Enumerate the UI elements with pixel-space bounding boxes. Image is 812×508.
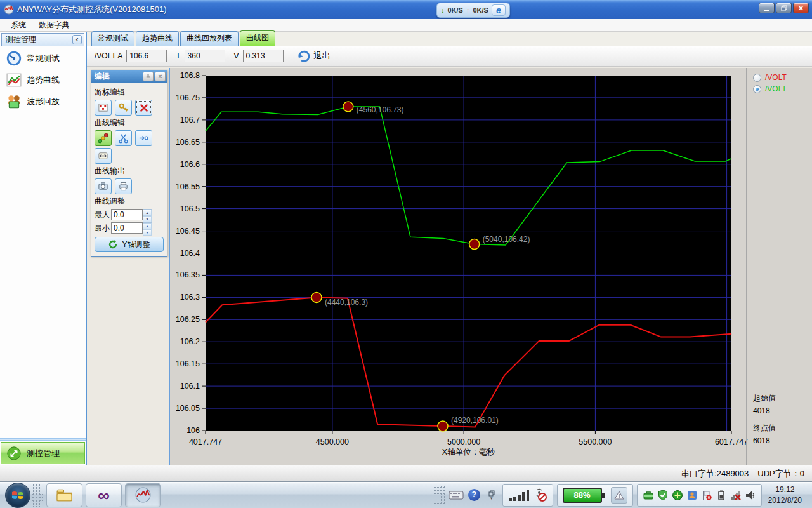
sidebar-item-waveform-playback[interactable]: 波形回放: [0, 91, 86, 112]
exit-button[interactable]: 退出: [296, 48, 331, 64]
tab-curve-chart[interactable]: 曲线图: [240, 30, 275, 46]
clock-date: 2012/8/20: [768, 495, 802, 506]
menu-item-dictionary[interactable]: 数据字典: [33, 19, 75, 31]
exit-icon: [296, 48, 311, 64]
sidebar-header: 测控管理 ‹: [1, 33, 84, 46]
y-tick-label: 106.5: [180, 204, 200, 213]
cursor-marker[interactable]: [469, 239, 480, 250]
sidebar-collapse-button[interactable]: ‹: [72, 35, 82, 44]
title-bar: ANYWAY分布式测控系统(V2012081501) ↓ 0K/S ↑ 0K/S…: [0, 0, 812, 19]
x-tick-label: 5000.000: [447, 438, 480, 446]
linked-points-icon: [98, 133, 108, 144]
y-tick-label: 106.8: [180, 71, 200, 80]
tab-playback-list[interactable]: 曲线回放列表: [180, 31, 239, 46]
x-tick-label: 5500.000: [579, 438, 612, 446]
taskbar-explorer-button[interactable]: [46, 483, 82, 507]
curve-cut-button[interactable]: [115, 130, 132, 146]
help-icon[interactable]: ?: [468, 489, 480, 501]
close-button[interactable]: ×: [793, 3, 809, 13]
min-input[interactable]: [111, 222, 143, 234]
plus-circle-icon[interactable]: [672, 490, 683, 501]
cursor-marker[interactable]: [343, 102, 353, 112]
battery-small-icon[interactable]: [716, 490, 727, 501]
network-x-icon[interactable]: [730, 490, 742, 501]
scissors-icon: [118, 133, 129, 144]
restore-button[interactable]: [776, 3, 792, 13]
chart-panel: 106106.05106.1106.15106.2106.25106.3106.…: [169, 68, 812, 465]
windows-logo-icon: [11, 488, 25, 502]
sidebar-item-trend-curve[interactable]: 趋势曲线: [0, 69, 86, 91]
download-speed: 0K/S: [448, 6, 463, 14]
minimize-button[interactable]: [759, 3, 775, 13]
radio-icon[interactable]: [753, 74, 761, 82]
warning-indicator-button[interactable]: [611, 487, 627, 504]
curve-point-button[interactable]: [135, 130, 152, 146]
taskbar-anyway-app-button[interactable]: [125, 483, 161, 507]
spin-up-icon[interactable]: ▲: [143, 223, 152, 229]
folder-icon: [56, 488, 73, 502]
max-spinner[interactable]: ▲ ▼: [143, 209, 152, 220]
curve-width-button[interactable]: [95, 148, 112, 164]
toolbox-icon[interactable]: [643, 490, 654, 501]
sidebar-splitter[interactable]: [0, 438, 86, 441]
taskbar-visualstudio-button[interactable]: ∞: [86, 483, 122, 507]
y-tick-label: 106.25: [176, 315, 200, 324]
spin-down-icon[interactable]: ▼: [143, 229, 152, 236]
download-arrow-icon: ↓: [441, 6, 445, 14]
print-button[interactable]: [115, 178, 132, 194]
sidebar-title: 测控管理: [6, 34, 72, 45]
a-value-input[interactable]: [126, 50, 167, 62]
gauge-icon: [6, 51, 22, 66]
radio-checked-icon[interactable]: [753, 85, 761, 93]
v-value-input[interactable]: [243, 50, 284, 62]
v-label: V: [234, 51, 239, 60]
signal-bars-icon[interactable]: [508, 489, 530, 502]
program-icon[interactable]: [686, 490, 698, 501]
taskbar-clock[interactable]: 19:12 2012/8/20: [766, 485, 808, 506]
browser-icon[interactable]: e: [492, 4, 506, 16]
min-spinner[interactable]: ▲ ▼: [143, 222, 152, 234]
menu-item-system[interactable]: 系统: [5, 19, 32, 31]
shield-icon[interactable]: [657, 490, 669, 501]
sidebar-item-normal-test[interactable]: 常规测试: [0, 48, 86, 69]
curve-link-button[interactable]: [95, 130, 112, 146]
x-tick-label: 4500.000: [316, 438, 349, 446]
pin-button[interactable]: [143, 72, 154, 81]
panel-close-button[interactable]: ×: [155, 72, 166, 81]
keyboard-icon[interactable]: [449, 490, 464, 500]
spin-down-icon[interactable]: ▼: [143, 216, 152, 222]
add-cursor-button[interactable]: [95, 100, 112, 116]
tab-normal-test[interactable]: 常规测试: [91, 31, 134, 46]
speaker-icon[interactable]: [745, 490, 756, 501]
start-button[interactable]: [5, 483, 30, 508]
curve-radio-green[interactable]: /VOLT: [753, 83, 812, 95]
x-axis-unit-label: X轴单位：毫秒: [442, 448, 495, 457]
show-hidden-icons-button[interactable]: ▼: [485, 490, 499, 500]
battery-indicator[interactable]: 88%: [563, 488, 602, 503]
max-input[interactable]: [111, 209, 143, 220]
y-tick-label: 106.2: [180, 337, 200, 346]
tray-grip: [433, 486, 445, 505]
serial-bytes-status: 串口字节:2489003: [681, 468, 749, 479]
edit-panel-header[interactable]: 编辑 ×: [91, 70, 167, 83]
wireless-off-icon[interactable]: [534, 488, 547, 502]
refresh-icon: [108, 239, 118, 250]
y-axis-adjust-button[interactable]: Y轴调整: [95, 237, 164, 252]
curve-radio-red[interactable]: /VOLT: [753, 72, 812, 83]
taskbar-grip: [32, 483, 43, 507]
trend-chart[interactable]: 106106.05106.1106.15106.2106.25106.3106.…: [170, 68, 812, 465]
y-tick-label: 106.35: [176, 271, 200, 279]
sidebar-bottom-button[interactable]: 测控管理: [1, 442, 85, 464]
cursor-marker[interactable]: [311, 292, 322, 302]
arrow-to-point-icon: [138, 133, 149, 144]
cursor-key-button[interactable]: [115, 100, 132, 116]
net-speed-widget[interactable]: ↓ 0K/S ↑ 0K/S e: [436, 3, 510, 18]
t-value-input[interactable]: [185, 50, 225, 62]
y-tick-label: 106.7: [180, 116, 200, 124]
flag-icon[interactable]: [701, 490, 712, 501]
snapshot-button[interactable]: [95, 178, 112, 194]
spin-up-icon[interactable]: ▲: [143, 210, 152, 216]
tab-trend-curve[interactable]: 趋势曲线: [136, 31, 179, 46]
cursor-marker[interactable]: [438, 421, 448, 431]
delete-cursor-button[interactable]: [135, 100, 152, 116]
